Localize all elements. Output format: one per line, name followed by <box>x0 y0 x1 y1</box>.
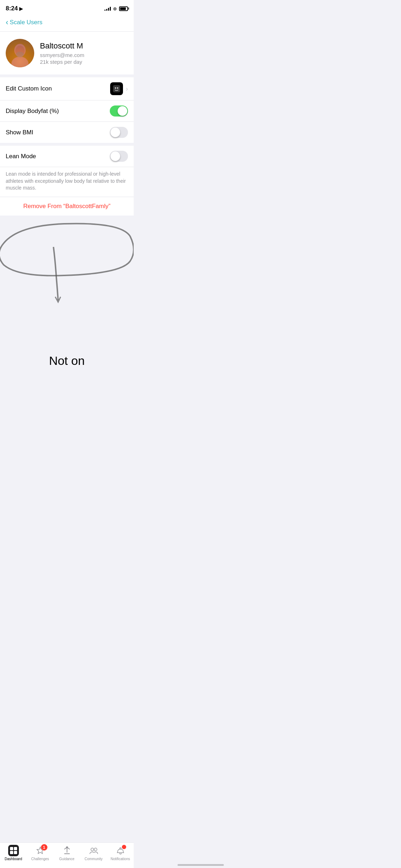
display-bodyfat-label: Display Bodyfat (%) <box>6 108 59 115</box>
svg-point-7 <box>115 87 116 89</box>
remove-section[interactable]: Remove From “BaltoscottFamly” <box>0 197 134 216</box>
status-bar: 8:24 ▶ ⊕ <box>0 0 134 15</box>
back-button[interactable]: ‹ Scale Users <box>6 18 42 27</box>
custom-icon-preview <box>110 82 123 95</box>
lean-mode-row: Lean Mode <box>0 146 134 167</box>
edit-custom-icon-row[interactable]: Edit Custom Icon › <box>0 77 134 100</box>
profile-steps: 21k steps per day <box>40 59 84 65</box>
profile-email: ssmyers@me.com <box>40 52 84 58</box>
settings-section: Edit Custom Icon › Display Bodyfat (%) <box>0 77 134 143</box>
remove-button-label: Remove From “BaltoscottFamly” <box>23 203 110 210</box>
show-bmi-row: Show BMI <box>0 122 134 143</box>
status-right: ⊕ <box>104 6 128 11</box>
show-bmi-toggle[interactable] <box>110 127 128 138</box>
show-bmi-label: Show BMI <box>6 129 33 136</box>
lean-description-text: Lean mode is intended for professional o… <box>6 171 128 192</box>
display-bodyfat-row: Display Bodyfat (%) <box>0 100 134 122</box>
profile-info: Baltoscott M ssmyers@me.com 21k steps pe… <box>40 41 84 65</box>
lean-description: Lean mode is intended for professional o… <box>0 167 134 197</box>
back-chevron-icon: ‹ <box>6 18 8 27</box>
nav-bar: ‹ Scale Users <box>0 15 134 32</box>
time-display: 8:24 <box>6 5 18 12</box>
remove-button[interactable]: Remove From “BaltoscottFamly” <box>23 203 110 210</box>
annotation-svg <box>0 218 134 332</box>
lean-mode-label: Lean Mode <box>6 153 36 160</box>
svg-point-8 <box>117 87 118 89</box>
battery-icon <box>119 6 128 11</box>
profile-section: Baltoscott M ssmyers@me.com 21k steps pe… <box>0 32 134 74</box>
display-bodyfat-toggle[interactable] <box>110 105 128 117</box>
chevron-right-icon: › <box>126 85 128 93</box>
not-on-section: Not on <box>0 332 134 389</box>
status-time: 8:24 ▶ <box>6 5 23 12</box>
signal-icon <box>104 6 111 11</box>
not-on-text: Not on <box>49 354 84 367</box>
svg-point-5 <box>6 39 34 67</box>
location-icon: ▶ <box>19 6 23 11</box>
edit-custom-icon-label: Edit Custom Icon <box>6 85 52 92</box>
lean-mode-section: Lean Mode Lean mode is intended for prof… <box>0 146 134 197</box>
back-label: Scale Users <box>10 19 42 26</box>
link-icon: ⊕ <box>113 6 117 11</box>
lean-mode-toggle[interactable] <box>110 151 128 162</box>
avatar <box>6 39 34 67</box>
svg-rect-6 <box>113 85 120 92</box>
annotation-area: Not on <box>0 218 134 389</box>
profile-name: Baltoscott M <box>40 41 84 51</box>
